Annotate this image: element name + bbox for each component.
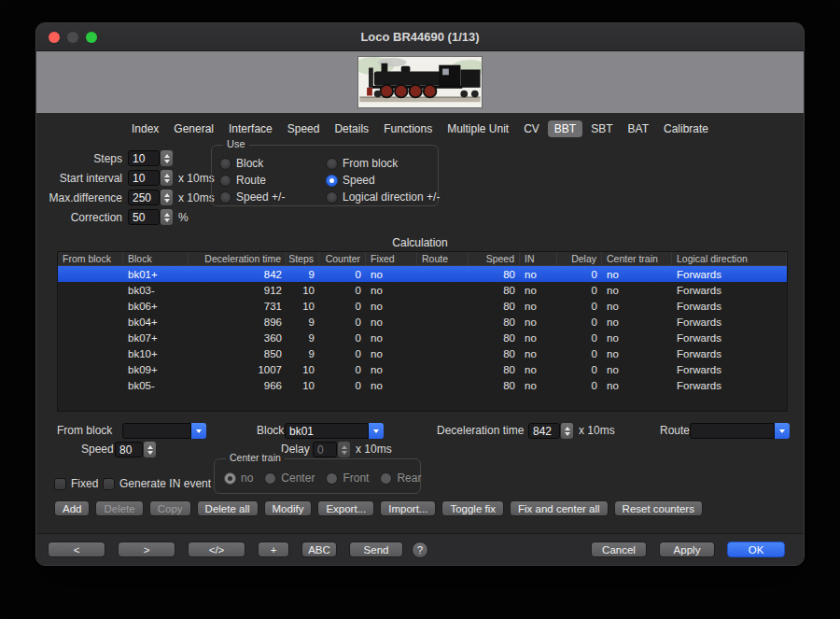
tab-details[interactable]: Details [328, 120, 375, 137]
table-row[interactable]: bk04+89690no80no0noForwards [58, 314, 787, 330]
table-row[interactable]: bk05-966100no80no0noForwards [58, 377, 787, 393]
help-button[interactable]: ? [412, 542, 428, 558]
next-button[interactable]: > [118, 542, 175, 557]
use-option-0-block[interactable]: Block [219, 156, 322, 171]
center-train-option-front[interactable]: Front [326, 471, 369, 485]
tab-multiple-unit[interactable]: Multiple Unit [441, 120, 515, 137]
route-combo-arrow-icon[interactable] [775, 423, 790, 439]
max-difference-input[interactable]: 250 [128, 190, 160, 205]
column-header[interactable]: Center train [602, 252, 672, 265]
column-header[interactable]: Delay [557, 252, 602, 265]
column-header[interactable]: Route [417, 252, 469, 265]
column-header[interactable]: Speed [469, 252, 520, 265]
steps-input[interactable]: 10 [128, 150, 160, 166]
add-button[interactable]: Add [54, 500, 90, 516]
column-header[interactable]: Fixed [366, 252, 417, 265]
use-option-5-logical-direction[interactable]: Logical direction +/- [326, 190, 440, 204]
cell-logical-direction: Forwards [672, 345, 787, 361]
cell-speed: 80 [469, 298, 520, 314]
correction-stepper[interactable] [161, 209, 173, 225]
export-button[interactable]: Export... [317, 500, 374, 516]
cell-from-block [58, 282, 123, 298]
table-row[interactable]: bk06+731100no80no0noForwards [58, 298, 787, 314]
checkbox-icon [54, 478, 66, 490]
column-header[interactable]: Logical direction [672, 252, 787, 265]
correction-input[interactable]: 50 [128, 209, 160, 225]
speed-input[interactable]: 80 [115, 442, 143, 457]
column-header[interactable]: From block [58, 252, 123, 265]
minimize-window-button[interactable] [67, 32, 78, 43]
block-combo[interactable]: bk01 [285, 423, 384, 439]
cell-delay: 0 [557, 266, 602, 282]
table-row[interactable]: bk01+84290no80no0noForwards [58, 266, 787, 282]
delay-stepper[interactable] [338, 442, 350, 457]
cell-steps: 9 [287, 345, 319, 361]
route-combo-value[interactable] [690, 423, 775, 439]
tab-interface[interactable]: Interface [222, 120, 279, 137]
block-combo-value[interactable]: bk01 [285, 423, 369, 439]
column-header[interactable]: Steps [287, 252, 319, 265]
from-block-combo[interactable] [122, 423, 206, 439]
deceleration-time-stepper[interactable] [561, 423, 573, 439]
start-interval-input[interactable]: 10 [128, 170, 160, 186]
abc-button[interactable]: ABC [301, 542, 337, 557]
table-row[interactable]: bk10+85090no80no0noForwards [58, 345, 787, 361]
from-block-combo-value[interactable] [122, 423, 191, 439]
send-button[interactable]: Send [349, 542, 403, 557]
tab-general[interactable]: General [167, 120, 220, 137]
column-header[interactable]: IN [520, 252, 557, 265]
cancel-button[interactable]: Cancel [591, 542, 647, 557]
plus-button[interactable]: + [258, 542, 289, 557]
ok-button[interactable]: OK [727, 542, 785, 557]
zoom-window-button[interactable] [86, 32, 97, 43]
tab-cv[interactable]: CV [517, 120, 546, 137]
reset-counters-button[interactable]: Reset counters [614, 500, 703, 516]
cell-from-block [58, 266, 123, 282]
delete-button[interactable]: Delete [95, 500, 143, 516]
close-window-button[interactable] [49, 32, 60, 43]
route-combo[interactable] [690, 423, 790, 439]
center-train-option-rear[interactable]: Rear [380, 471, 421, 485]
copy-button[interactable]: Copy [149, 500, 191, 516]
column-header[interactable]: Deceleration time [189, 252, 287, 265]
generate-in-event-checkbox[interactable]: Generate IN event [103, 477, 211, 490]
start-interval-stepper[interactable] [161, 170, 173, 186]
use-option-4-speed[interactable]: Speed [326, 173, 440, 188]
table-row[interactable]: bk03-912100no80no0noForwards [58, 282, 787, 298]
use-option-2-speed[interactable]: Speed +/- [219, 190, 322, 204]
tab-speed[interactable]: Speed [281, 120, 327, 137]
tab-sbt[interactable]: SBT [584, 120, 619, 137]
delete-all-button[interactable]: Delete all [197, 500, 259, 516]
center-train-option-center[interactable]: Center [264, 471, 315, 485]
modify-button[interactable]: Modify [264, 500, 313, 516]
table-row[interactable]: bk09+1007100no80no0noForwards [58, 361, 787, 377]
column-header[interactable]: Counter [319, 252, 366, 265]
fix-and-center-all-button[interactable]: Fix and center all [510, 500, 609, 516]
from-block-combo-arrow-icon[interactable] [191, 423, 206, 439]
fixed-checkbox[interactable]: Fixed [54, 477, 98, 490]
block-combo-arrow-icon[interactable] [369, 423, 384, 439]
speed-stepper[interactable] [144, 442, 156, 457]
tab-index[interactable]: Index [125, 120, 165, 137]
cell-counter: 0 [319, 361, 366, 377]
import-button[interactable]: Import... [380, 500, 436, 516]
use-option-3-from-block[interactable]: From block [326, 156, 440, 171]
steps-stepper[interactable] [161, 150, 173, 166]
use-option-1-route[interactable]: Route [219, 173, 322, 188]
tab-functions[interactable]: Functions [377, 120, 439, 137]
tab-bat[interactable]: BAT [622, 120, 655, 137]
column-header[interactable]: Block [123, 252, 189, 265]
prev-button[interactable]: < [48, 542, 105, 557]
apply-button[interactable]: Apply [659, 542, 715, 557]
toggle-fix-button[interactable]: Toggle fix [441, 500, 504, 516]
tab-calibrate[interactable]: Calibrate [657, 120, 715, 137]
start-interval-row: Start interval 10 x 10ms [48, 170, 215, 186]
max-difference-stepper[interactable] [161, 190, 173, 205]
delay-input[interactable]: 0 [313, 442, 337, 457]
cell-counter: 0 [319, 377, 366, 393]
xml-button[interactable]: </> [188, 542, 245, 557]
tab-bbt[interactable]: BBT [548, 120, 582, 137]
center-train-option-no[interactable]: no [224, 471, 253, 485]
deceleration-time-input[interactable]: 842 [528, 423, 560, 439]
table-row[interactable]: bk07+36090no80no0noForwards [58, 330, 787, 345]
